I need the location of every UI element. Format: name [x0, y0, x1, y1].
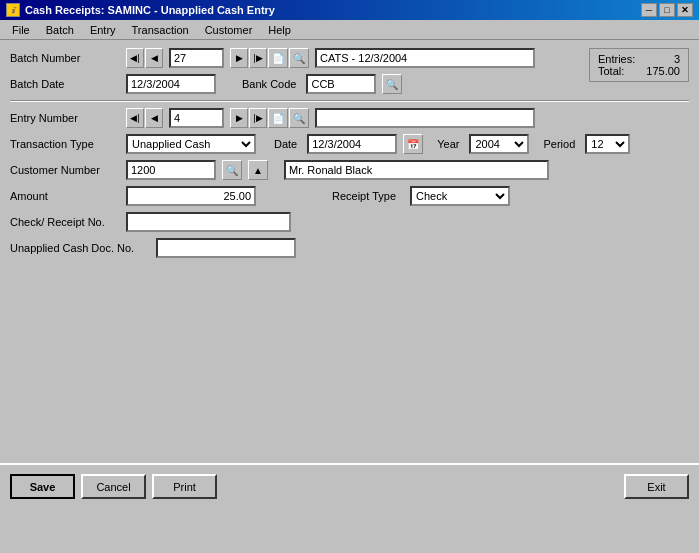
- customer-up-button[interactable]: ▲: [248, 160, 268, 180]
- entry-last-button[interactable]: |▶: [249, 108, 267, 128]
- close-button[interactable]: ✕: [677, 3, 693, 17]
- unapplied-cash-label: Unapplied Cash Doc. No.: [10, 242, 150, 254]
- menu-bar: File Batch Entry Transaction Customer He…: [0, 20, 699, 40]
- amount-label: Amount: [10, 190, 120, 202]
- entry-number-row: Entry Number ◀| ◀ ▶ |▶ 📄 🔍: [10, 108, 689, 128]
- batch-nav-group-right: ▶ |▶ 📄 🔍: [230, 48, 309, 68]
- customer-number-row: Customer Number 🔍 ▲: [10, 160, 689, 180]
- period-label: Period: [543, 138, 575, 150]
- entry-description-input[interactable]: [315, 108, 535, 128]
- bottom-buttons-left: Save Cancel Print: [10, 474, 217, 499]
- entry-number-input[interactable]: [169, 108, 224, 128]
- calendar-button[interactable]: 📅: [403, 134, 423, 154]
- entry-new-button[interactable]: 📄: [268, 108, 288, 128]
- batch-date-input[interactable]: [126, 74, 216, 94]
- menu-file[interactable]: File: [4, 22, 38, 38]
- batch-last-button[interactable]: |▶: [249, 48, 267, 68]
- window-controls: ─ □ ✕: [641, 3, 693, 17]
- save-button[interactable]: Save: [10, 474, 75, 499]
- minimize-button[interactable]: ─: [641, 3, 657, 17]
- menu-help[interactable]: Help: [260, 22, 299, 38]
- unapplied-cash-row: Unapplied Cash Doc. No.: [10, 238, 689, 258]
- batch-prev-button[interactable]: ◀: [145, 48, 163, 68]
- menu-batch[interactable]: Batch: [38, 22, 82, 38]
- entry-prev-button[interactable]: ◀: [145, 108, 163, 128]
- menu-transaction[interactable]: Transaction: [124, 22, 197, 38]
- batch-search-button[interactable]: 🔍: [289, 48, 309, 68]
- total-value: 175.00: [646, 65, 680, 77]
- customer-number-label: Customer Number: [10, 164, 120, 176]
- batch-number-label: Batch Number: [10, 52, 120, 64]
- app-icon: 💰: [6, 3, 20, 17]
- maximize-button[interactable]: □: [659, 3, 675, 17]
- batch-date-row: Batch Date Bank Code 🔍: [10, 74, 689, 94]
- receipt-type-label: Receipt Type: [332, 190, 396, 202]
- bank-code-label: Bank Code: [242, 78, 296, 90]
- customer-number-input[interactable]: [126, 160, 216, 180]
- batch-first-button[interactable]: ◀|: [126, 48, 144, 68]
- entry-next-button[interactable]: ▶: [230, 108, 248, 128]
- amount-row: Amount Receipt Type Check Cash EFT Credi…: [10, 186, 689, 206]
- entry-number-label: Entry Number: [10, 112, 120, 124]
- print-button[interactable]: Print: [152, 474, 217, 499]
- batch-description-input[interactable]: [315, 48, 535, 68]
- date-label: Date: [274, 138, 297, 150]
- exit-button[interactable]: Exit: [624, 474, 689, 499]
- separator-1: [10, 100, 689, 102]
- batch-number-input[interactable]: [169, 48, 224, 68]
- total-label: Total:: [598, 65, 624, 77]
- entry-nav-group: ◀| ◀: [126, 108, 163, 128]
- entries-value: 3: [674, 53, 680, 65]
- date-input[interactable]: [307, 134, 397, 154]
- batch-new-button[interactable]: 📄: [268, 48, 288, 68]
- transaction-type-select[interactable]: Unapplied Cash Apply Cash Prepayment: [126, 134, 256, 154]
- info-panel: Entries: 3 Total: 175.00: [589, 48, 689, 82]
- menu-customer[interactable]: Customer: [197, 22, 261, 38]
- menu-entry[interactable]: Entry: [82, 22, 124, 38]
- main-content: Entries: 3 Total: 175.00 Batch Number ◀|…: [0, 40, 699, 508]
- year-select[interactable]: 2004 2003 2005: [469, 134, 529, 154]
- transaction-type-label: Transaction Type: [10, 138, 120, 150]
- batch-nav-group: ◀| ◀: [126, 48, 163, 68]
- batch-next-button[interactable]: ▶: [230, 48, 248, 68]
- title-bar: 💰 Cash Receipts: SAMINC - Unapplied Cash…: [0, 0, 699, 20]
- period-select[interactable]: 1234 5678 9101112: [585, 134, 630, 154]
- batch-number-row: Batch Number ◀| ◀ ▶ |▶ 📄 🔍: [10, 48, 689, 68]
- bank-code-lookup-button[interactable]: 🔍: [382, 74, 402, 94]
- check-receipt-row: Check/ Receipt No.: [10, 212, 689, 232]
- year-label: Year: [437, 138, 459, 150]
- check-receipt-input[interactable]: [126, 212, 291, 232]
- cancel-button[interactable]: Cancel: [81, 474, 146, 499]
- button-bar: Save Cancel Print Exit: [0, 463, 699, 508]
- unapplied-cash-input[interactable]: [156, 238, 296, 258]
- entry-first-button[interactable]: ◀|: [126, 108, 144, 128]
- amount-input[interactable]: [126, 186, 256, 206]
- bank-code-input[interactable]: [306, 74, 376, 94]
- entries-label: Entries:: [598, 53, 635, 65]
- window-title: Cash Receipts: SAMINC - Unapplied Cash E…: [25, 4, 275, 16]
- batch-date-label: Batch Date: [10, 78, 120, 90]
- entry-nav-group-right: ▶ |▶ 📄 🔍: [230, 108, 309, 128]
- check-receipt-label: Check/ Receipt No.: [10, 216, 120, 228]
- customer-name-input[interactable]: [284, 160, 549, 180]
- receipt-type-select[interactable]: Check Cash EFT Credit Card: [410, 186, 510, 206]
- transaction-type-row: Transaction Type Unapplied Cash Apply Ca…: [10, 134, 689, 154]
- entry-search-button[interactable]: 🔍: [289, 108, 309, 128]
- customer-lookup-button[interactable]: 🔍: [222, 160, 242, 180]
